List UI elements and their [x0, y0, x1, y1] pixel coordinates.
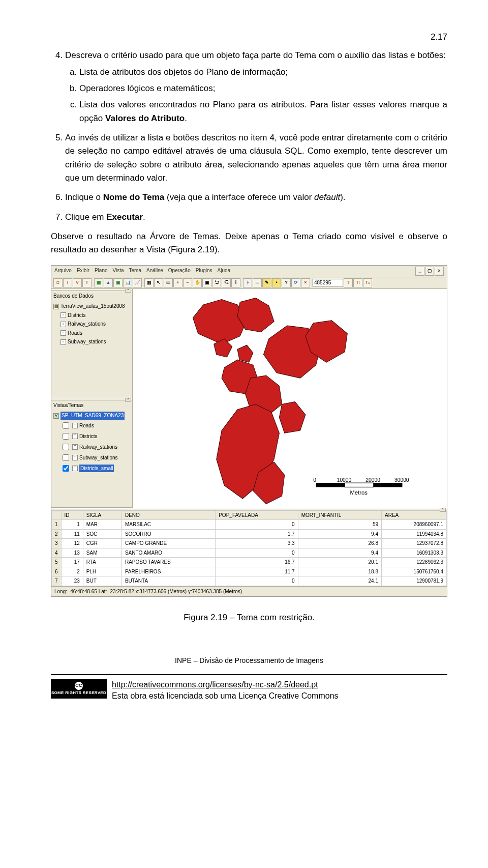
panel-close-icon[interactable]: × [125, 289, 131, 293]
edit-point-icon[interactable]: • [272, 278, 281, 287]
table-cell[interactable]: 17 [61, 558, 83, 567]
query-icon[interactable]: ? [282, 278, 291, 287]
table-row[interactable]: 723BUTBUTANTA024.112900781.9 [52, 576, 447, 586]
table-cell[interactable]: 150761760.4 [382, 567, 447, 576]
table-cell[interactable]: 11.7 [216, 567, 298, 576]
table-cell[interactable]: 5 [52, 558, 62, 567]
select-icon[interactable]: ▣ [113, 278, 123, 287]
layer-subway[interactable]: Subway_stations [68, 338, 106, 346]
menu-analise[interactable]: Análise [146, 267, 163, 276]
table-cell[interactable]: 24.1 [298, 576, 381, 586]
theme-check-railway[interactable] [63, 444, 69, 450]
table-cell[interactable]: 12937072.8 [382, 539, 447, 548]
cursor-icon[interactable]: ↖ [154, 278, 163, 287]
table-row[interactable]: 62PLHPARELHEIROS11.718.8150761760.4 [52, 567, 447, 576]
table-row[interactable]: 312CGRCAMPO GRANDE3.326.812937072.8 [52, 539, 447, 548]
table-cell[interactable]: SANTO AMARO [121, 548, 215, 558]
col-id[interactable]: ID [61, 510, 83, 520]
table-cell[interactable]: 18.8 [298, 567, 381, 576]
table-cell[interactable]: 11994034.8 [382, 529, 447, 539]
table-cell[interactable]: 20.1 [298, 558, 381, 567]
layer-districts[interactable]: Districts [68, 311, 86, 320]
map-canvas[interactable]: 0 10000 20000 30000 Metros [133, 289, 447, 508]
table-cell[interactable]: 16.7 [216, 558, 298, 567]
db-icon[interactable]: ◘ [53, 278, 63, 287]
table-cell[interactable]: 0 [216, 548, 298, 558]
panel-close-icon-2[interactable]: × [125, 398, 131, 402]
table-cell[interactable]: 208960097.1 [382, 520, 447, 530]
table-cell[interactable]: SOCORRO [121, 529, 215, 539]
table-cell[interactable]: 16091303.3 [382, 548, 447, 558]
table-cell[interactable]: BUT [83, 576, 121, 586]
measure-icon[interactable]: ⟊ [243, 278, 252, 287]
tile-icon[interactable]: ▥ [144, 278, 154, 287]
view-icon[interactable]: V [73, 278, 82, 287]
table-cell[interactable]: RTA [83, 558, 121, 567]
table-cell[interactable]: SAM [83, 548, 121, 558]
info-icon[interactable]: i [231, 278, 240, 287]
window-close-icon[interactable]: × [435, 267, 444, 276]
menu-ajuda[interactable]: Ajuda [218, 267, 231, 276]
ruler-icon[interactable]: ═ [253, 278, 262, 287]
table-cell[interactable]: 12900781.9 [382, 576, 447, 586]
db-root[interactable]: TerraView_aulas_15out2008 [60, 302, 125, 310]
graph-icon[interactable]: 📈 [133, 278, 142, 287]
theme-railway[interactable]: Railway_stations [79, 443, 117, 451]
theme-check-subway[interactable] [63, 454, 69, 461]
table-cell[interactable]: 2 [61, 567, 83, 576]
text-icon-3[interactable]: Tₓ [363, 278, 372, 287]
table-cell[interactable]: 3 [52, 539, 62, 548]
table-cell[interactable]: 4 [52, 548, 62, 558]
pointer-icon[interactable]: ▲ [104, 278, 113, 287]
menubar[interactable]: Arquivo Exibir Plano Vista Tema Análise … [51, 266, 447, 277]
theme-districts-small[interactable]: Districts_small [79, 465, 114, 473]
scale-input[interactable] [313, 279, 343, 287]
table-cell[interactable]: 1 [52, 520, 62, 530]
prev-extent-icon[interactable]: ⮌ [212, 278, 221, 287]
menu-vista[interactable]: Vista [113, 267, 124, 276]
view-name[interactable]: SP_UTM_SAD69_ZONA23 [60, 412, 125, 420]
menu-plugins[interactable]: Plugins [196, 267, 212, 276]
import-icon[interactable]: I [63, 278, 72, 287]
window-min-icon[interactable]: _ [415, 267, 424, 276]
table-cell[interactable]: 2 [52, 529, 62, 539]
db-tree[interactable]: ▤TerraView_aulas_15out2008 ▫Districts ▫R… [51, 301, 132, 348]
col-blank[interactable] [52, 510, 62, 520]
grid-table[interactable]: ID SIGLA DENO POP_FAVELADA MORT_INFANTIL… [51, 510, 447, 586]
layer-roads[interactable]: Roads [68, 329, 82, 337]
theme-check-roads[interactable] [63, 422, 69, 429]
menu-tema[interactable]: Tema [129, 267, 141, 276]
menu-operacao[interactable]: Operação [168, 267, 191, 276]
table-cell[interactable]: 3.3 [216, 539, 298, 548]
edit-line-icon[interactable]: ✎ [262, 278, 271, 287]
full-extent-icon[interactable]: ▣ [202, 278, 211, 287]
table-cell[interactable]: 9.4 [298, 529, 381, 539]
table-cell[interactable]: 7 [52, 576, 62, 586]
table-cell[interactable]: 26.8 [298, 539, 381, 548]
text-icon-1[interactable]: T [344, 278, 353, 287]
license-url[interactable]: http://creativecommons.org/licenses/by-n… [112, 680, 318, 689]
zoom-out-icon[interactable]: − [183, 278, 192, 287]
table-cell[interactable]: 13 [61, 548, 83, 558]
table-cell[interactable]: 9.4 [298, 548, 381, 558]
draw-icon[interactable]: ▦ [94, 278, 103, 287]
table-cell[interactable]: CAMPO GRANDE [121, 539, 215, 548]
table-cell[interactable]: 11 [61, 529, 83, 539]
table-cell[interactable]: PLH [83, 567, 121, 576]
menu-plano[interactable]: Plano [95, 267, 108, 276]
table-cell[interactable]: 59 [298, 520, 381, 530]
table-row[interactable]: 11MARMARSILAC059208960097.1 [52, 520, 447, 530]
table-cell[interactable]: 0 [216, 520, 298, 530]
refresh-icon[interactable]: ⟳ [291, 278, 300, 287]
table-cell[interactable]: PARELHEIROS [121, 567, 215, 576]
table-cell[interactable]: BUTANTA [121, 576, 215, 586]
views-tree[interactable]: VSP_UTM_SAD69_ZONA23 TRoads TDistricts T… [51, 410, 132, 475]
table-cell[interactable]: SOC [83, 529, 121, 539]
table-cell[interactable]: RAPOSO TAVARES [121, 558, 215, 567]
layer-railway[interactable]: Railway_stations [68, 320, 106, 328]
table-cell[interactable]: 6 [52, 567, 62, 576]
col-sigla[interactable]: SIGLA [83, 510, 121, 520]
table-cell[interactable]: CGR [83, 539, 121, 548]
theme-icon[interactable]: T [82, 278, 92, 287]
attribute-grid[interactable]: × ID SIGLA DENO POP_FAVELADA MORT_INFANT… [51, 508, 447, 586]
